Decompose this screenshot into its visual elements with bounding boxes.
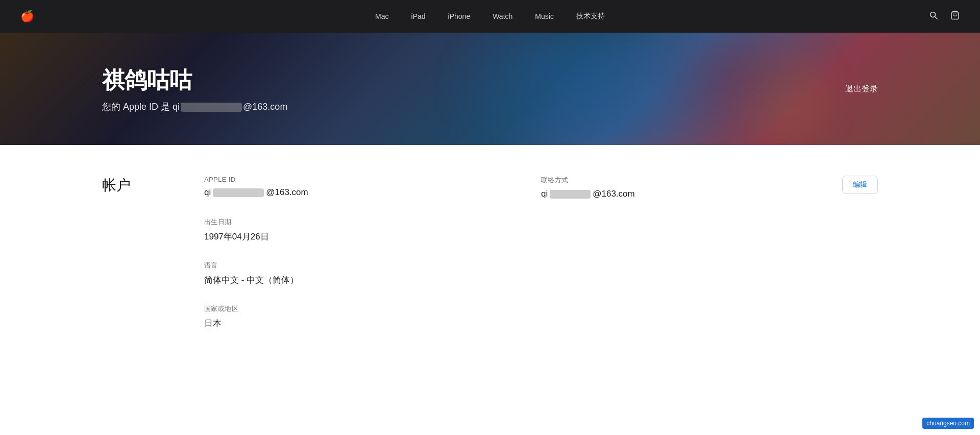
user-display-name: 祺鸽咕咕 bbox=[102, 65, 287, 95]
logout-button[interactable]: 退出登录 bbox=[845, 84, 878, 94]
apple-id-label: APPLE ID bbox=[204, 176, 541, 183]
edit-button[interactable]: 编辑 bbox=[842, 176, 878, 194]
hero-banner: 祺鸽咕咕 您的 Apple ID 是 qi@163.com 退出登录 bbox=[0, 33, 980, 145]
navigation-bar: 🍎 Mac iPad iPhone Watch Music 技术支持 bbox=[0, 0, 980, 33]
nav-item-ipad[interactable]: iPad bbox=[400, 12, 437, 20]
search-icon[interactable] bbox=[929, 11, 938, 22]
nav-item-mac[interactable]: Mac bbox=[364, 12, 400, 20]
birthday-value: 1997年04月26日 bbox=[204, 231, 878, 243]
language-value: 简体中文 - 中文（简体） bbox=[204, 274, 878, 286]
apple-id-field: APPLE ID qi@163.com bbox=[204, 176, 541, 218]
hero-apple-id: 您的 Apple ID 是 qi@163.com bbox=[102, 101, 287, 113]
contact-field: 联络方式 qi@163.com bbox=[541, 176, 878, 218]
bag-icon[interactable] bbox=[950, 11, 960, 22]
contact-label: 联络方式 bbox=[541, 176, 878, 185]
region-label: 国家或地区 bbox=[204, 304, 878, 313]
language-label: 语言 bbox=[204, 261, 878, 270]
main-content: 帐户 编辑 APPLE ID qi@163.com 联络方式 qi@163.co… bbox=[0, 145, 980, 378]
language-field: 语言 简体中文 - 中文（简体） bbox=[204, 261, 878, 304]
hero-email-prefix: 您的 Apple ID 是 qi bbox=[102, 102, 180, 112]
hero-content: 祺鸽咕咕 您的 Apple ID 是 qi@163.com bbox=[102, 65, 287, 113]
watermark: chuangseo.com bbox=[922, 418, 974, 429]
apple-logo[interactable]: 🍎 bbox=[20, 10, 34, 23]
apple-id-redacted bbox=[213, 188, 264, 197]
nav-item-iphone[interactable]: iPhone bbox=[437, 12, 482, 20]
nav-right-icons bbox=[929, 11, 960, 22]
birthday-label: 出生日期 bbox=[204, 218, 878, 227]
nav-item-music[interactable]: Music bbox=[524, 12, 565, 20]
nav-item-support[interactable]: 技术支持 bbox=[565, 12, 616, 21]
contact-value: qi@163.com bbox=[541, 189, 878, 199]
hero-email-suffix: @163.com bbox=[243, 102, 287, 112]
region-value: 日本 bbox=[204, 318, 878, 329]
contact-redacted bbox=[550, 190, 591, 199]
account-section-title: 帐户 bbox=[102, 176, 163, 348]
account-details: 编辑 APPLE ID qi@163.com 联络方式 qi@163.com 出… bbox=[204, 176, 878, 348]
nav-item-watch[interactable]: Watch bbox=[481, 12, 524, 20]
svg-line-1 bbox=[935, 16, 937, 19]
region-field: 国家或地区 日本 bbox=[204, 304, 878, 348]
apple-id-value: qi@163.com bbox=[204, 187, 541, 198]
nav-menu: Mac iPad iPhone Watch Music 技术支持 bbox=[364, 12, 616, 21]
hero-email-redacted bbox=[181, 103, 242, 112]
birthday-field: 出生日期 1997年04月26日 bbox=[204, 218, 878, 261]
